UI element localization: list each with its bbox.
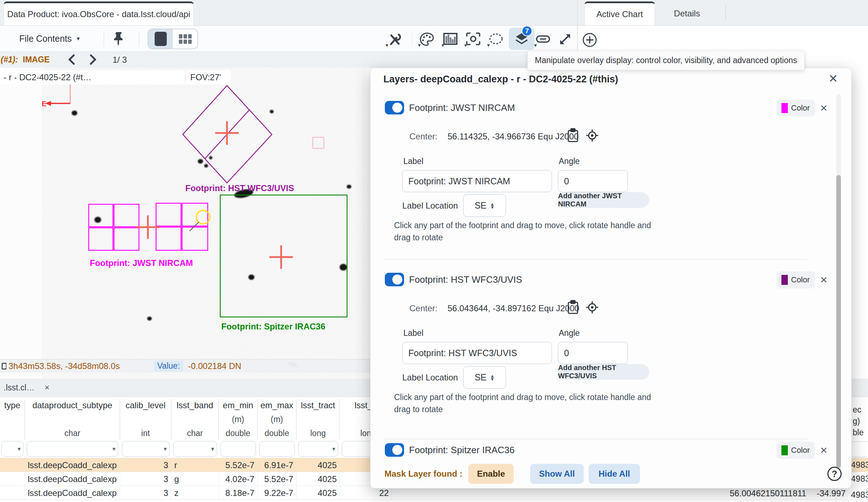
top-tab-bar: Data Product: ivoa.ObsCore - data.lsst.c… <box>0 0 868 26</box>
add-another-jwst-button[interactable]: Add another JWST NIRCAM <box>558 192 649 208</box>
tab-data-product-label: Data Product: ivoa.ObsCore - data.lsst.c… <box>7 9 190 19</box>
column-filter-input[interactable]: ▾ <box>27 441 118 457</box>
jwst-visibility-toggle[interactable] <box>385 101 404 114</box>
recenter-icon[interactable] <box>465 31 481 47</box>
angle-caption: Angle <box>559 328 580 338</box>
close-icon[interactable]: × <box>829 71 838 86</box>
spitzer-color-button[interactable]: Color <box>776 442 815 459</box>
column-header[interactable]: em_min(m)double <box>219 400 258 440</box>
grid-view-button[interactable] <box>173 29 197 48</box>
stepper-icon: ▲▼ <box>490 374 495 381</box>
sky-image[interactable]: E Footprint: HST WFC3/UVIS <box>42 68 365 379</box>
remove-layer-icon[interactable]: × <box>820 273 827 286</box>
angle-caption: Angle <box>559 157 580 166</box>
label-location-select[interactable]: SE ▲▼ <box>463 366 506 389</box>
column-header[interactable]: type <box>0 400 25 440</box>
enable-button[interactable]: Enable <box>468 464 514 484</box>
center-label: Center: <box>409 132 438 142</box>
pin-icon[interactable] <box>111 31 127 46</box>
clipped-cell-fragment: 4983 <box>851 460 867 470</box>
previous-image-icon[interactable] <box>67 54 76 66</box>
column-header[interactable]: lsst_bandchar <box>171 400 219 440</box>
clipped-cell-fragment: 4983 <box>851 474 867 484</box>
color-swatch <box>781 275 788 285</box>
column-header[interactable]: calib_levelint <box>120 400 171 440</box>
locate-icon[interactable] <box>585 129 599 142</box>
add-chart-icon[interactable] <box>582 32 598 48</box>
single-view-button[interactable] <box>148 29 173 48</box>
frame-prefix: (#1): <box>1 55 18 65</box>
color-palette-icon[interactable] <box>419 31 435 47</box>
hide-all-button[interactable]: Hide All <box>589 464 640 484</box>
image-title-chip: - r - DC2-4025-22 (#t… <box>0 70 185 84</box>
application-window: Data Product: ivoa.ObsCore - data.lsst.c… <box>0 0 868 502</box>
jwst-footprint-label: Footprint: JWST NIRCAM <box>90 258 193 268</box>
jwst-color-button[interactable]: Color <box>776 99 815 117</box>
tab-details[interactable]: Details <box>658 1 715 25</box>
column-header[interactable]: lsst_tractlong <box>296 400 340 440</box>
table-tab-label: .lsst.cl… <box>4 383 35 392</box>
chevron-down-icon: ▾ <box>464 42 467 48</box>
dialog-scrollbar-thumb[interactable] <box>836 175 841 468</box>
grid-view-icon <box>179 34 192 44</box>
center-value: 56.114325, -34.966736 Equ J2000 <box>448 132 579 142</box>
label-location-caption: Label Location <box>402 201 458 211</box>
catalog-marker-square <box>313 137 324 148</box>
clipboard-icon[interactable] <box>567 300 579 315</box>
label-input[interactable] <box>402 170 552 192</box>
spitzer-footprint[interactable] <box>220 195 347 317</box>
label-location-select[interactable]: SE ▲▼ <box>463 194 506 217</box>
spitzer-visibility-toggle[interactable] <box>385 443 404 457</box>
column-filter-input[interactable]: ▾ <box>173 441 217 457</box>
remove-layer-icon[interactable]: × <box>820 444 827 456</box>
locate-icon[interactable] <box>585 301 599 314</box>
fov-chip: FOV:27' <box>186 70 231 84</box>
chevron-down-icon: ▾ <box>487 42 490 48</box>
histogram-stretch-icon[interactable] <box>443 31 458 47</box>
toolbar-separator <box>412 31 412 46</box>
tools-icon[interactable] <box>387 31 402 47</box>
column-filter-input[interactable]: ▾ <box>1 441 24 457</box>
remove-layer-icon[interactable]: × <box>820 102 827 114</box>
expand-arrows-icon[interactable] <box>557 31 573 47</box>
next-image-icon[interactable] <box>88 54 98 66</box>
column-filter-input[interactable]: ▾ <box>122 441 170 457</box>
label-input[interactable] <box>402 342 552 364</box>
section-title: Footprint: JWST NIRCAM <box>409 102 515 113</box>
chevron-down-icon: ▾ <box>441 42 444 48</box>
hst-color-button[interactable]: Color <box>776 271 815 288</box>
add-another-hst-button[interactable]: Add another HST WFC3/UVIS <box>558 364 649 380</box>
hst-visibility-toggle[interactable] <box>385 273 404 286</box>
readout-lock-icon[interactable] <box>1 362 6 370</box>
help-text: Click any part of the footprint and drag… <box>394 393 651 402</box>
table-tab[interactable]: .lsst.cl… × <box>4 383 50 393</box>
help-text: drag to rotate <box>394 233 443 242</box>
image-title: - r - DC2-4025-22 (#t… <box>4 72 92 82</box>
label-caption: Label <box>403 157 423 166</box>
toolbar-separator <box>139 31 139 46</box>
tab-active-chart[interactable]: Active Chart <box>584 1 655 25</box>
file-contents-dropdown[interactable]: File Contents ▾ <box>19 26 80 52</box>
clipboard-icon[interactable] <box>567 128 579 143</box>
column-filter-input[interactable] <box>221 441 256 457</box>
column-header[interactable]: dataproduct_subtypechar <box>25 400 120 440</box>
close-icon[interactable]: × <box>45 383 49 392</box>
column-filter-input[interactable]: ▾ <box>298 441 338 457</box>
link-wcs-icon[interactable] <box>535 31 551 47</box>
tab-details-label: Details <box>674 9 700 19</box>
clipped-filter-input[interactable] <box>850 441 868 457</box>
column-header[interactable]: em_max(m)double <box>258 400 296 440</box>
tab-data-product[interactable]: Data Product: ivoa.ObsCore - data.lsst.c… <box>4 1 194 25</box>
label-location-caption: Label Location <box>402 373 458 383</box>
show-all-button[interactable]: Show All <box>530 464 584 484</box>
table-row-partial <box>0 500 868 502</box>
help-icon[interactable]: ? <box>827 467 842 481</box>
section-divider <box>383 259 807 260</box>
selection-ellipse-icon[interactable] <box>488 31 504 47</box>
column-filter-input[interactable] <box>259 441 295 457</box>
clipped-column-header-fragment: ec <box>853 405 861 415</box>
footprint-overlay: E Footprint: HST WFC3/UVIS <box>42 68 365 379</box>
tab-divider <box>725 5 726 21</box>
angle-input[interactable] <box>558 170 628 192</box>
angle-input[interactable] <box>558 342 628 364</box>
